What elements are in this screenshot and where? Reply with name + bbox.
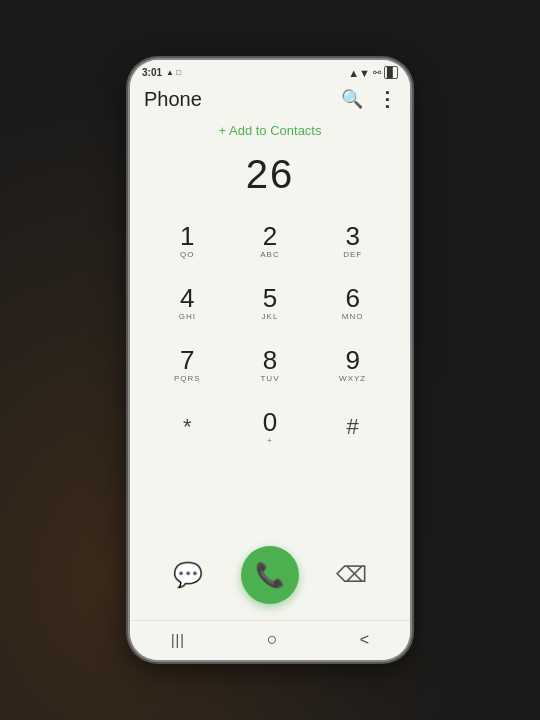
keypad-row-1: 1 QO 2 ABC 3 DEF bbox=[146, 211, 394, 271]
key-9[interactable]: 9 WXYZ bbox=[318, 335, 388, 395]
status-time: 3:01 bbox=[142, 67, 162, 78]
dialer-number-display: 26 bbox=[130, 142, 410, 211]
key-7[interactable]: 7 PQRS bbox=[152, 335, 222, 395]
keypad-row-4: * 0 + # bbox=[146, 397, 394, 457]
key-6[interactable]: 6 MNO bbox=[318, 273, 388, 333]
key-5[interactable]: 5 JKL bbox=[235, 273, 305, 333]
wifi-icon: ⚯ bbox=[373, 67, 381, 78]
search-icon[interactable]: 🔍 bbox=[341, 88, 363, 110]
recent-apps-icon[interactable]: ||| bbox=[171, 632, 185, 648]
toolbar-actions: 🔍 ⋮ bbox=[341, 87, 396, 111]
nav-bar: ||| ○ < bbox=[130, 620, 410, 660]
key-0[interactable]: 0 + bbox=[235, 397, 305, 457]
home-icon[interactable]: ○ bbox=[267, 629, 278, 650]
toolbar: Phone 🔍 ⋮ bbox=[130, 81, 410, 115]
more-options-icon[interactable]: ⋮ bbox=[377, 87, 396, 111]
battery-icon: ▊ bbox=[384, 66, 398, 79]
key-4[interactable]: 4 GHI bbox=[152, 273, 222, 333]
key-1[interactable]: 1 QO bbox=[152, 211, 222, 271]
back-icon[interactable]: < bbox=[360, 631, 369, 649]
call-button[interactable]: 📞 bbox=[241, 546, 299, 604]
key-8[interactable]: 8 TUV bbox=[235, 335, 305, 395]
key-hash[interactable]: # bbox=[318, 397, 388, 457]
key-3[interactable]: 3 DEF bbox=[318, 211, 388, 271]
keypad-row-2: 4 GHI 5 JKL 6 MNO bbox=[146, 273, 394, 333]
message-icon: 💬 bbox=[173, 561, 203, 589]
keypad-row-3: 7 PQRS 8 TUV 9 WXYZ bbox=[146, 335, 394, 395]
add-to-contacts-button[interactable]: + Add to Contacts bbox=[130, 115, 410, 142]
delete-button[interactable]: ⌫ bbox=[328, 551, 376, 599]
keypad: 1 QO 2 ABC 3 DEF 4 GHI 5 JKL 6 bbox=[130, 211, 410, 536]
call-icon: 📞 bbox=[255, 561, 285, 589]
message-button[interactable]: 💬 bbox=[164, 551, 212, 599]
delete-icon: ⌫ bbox=[336, 562, 367, 588]
phone-frame: 3:01 ▲ □ ▲▼ ⚯ ▊ Phone 🔍 ⋮ + Add to Conta… bbox=[130, 60, 410, 660]
toolbar-title: Phone bbox=[144, 88, 202, 111]
signal-icon: ▲▼ bbox=[348, 67, 370, 79]
status-icons: ▲ □ bbox=[166, 68, 181, 77]
key-star[interactable]: * bbox=[152, 397, 222, 457]
key-2[interactable]: 2 ABC bbox=[235, 211, 305, 271]
action-bar: 💬 📞 ⌫ bbox=[130, 536, 410, 620]
status-bar: 3:01 ▲ □ ▲▼ ⚯ ▊ bbox=[130, 60, 410, 81]
